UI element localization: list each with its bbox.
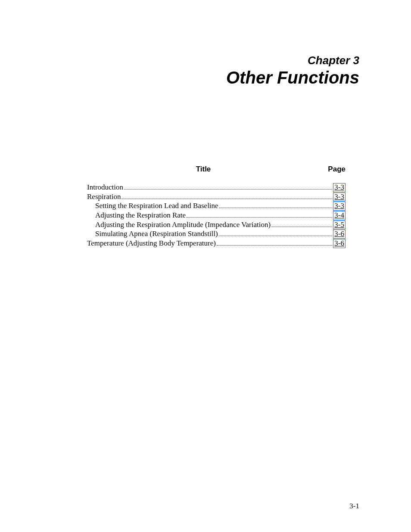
toc-header-title: Title (87, 165, 320, 174)
toc-entry-title: Setting the Respiration Lead and Baselin… (95, 202, 218, 210)
toc-page-link[interactable]: 3-3 (333, 183, 346, 192)
toc-entry-title: Temperature (Adjusting Body Temperature) (87, 239, 216, 248)
toc-entry: Temperature (Adjusting Body Temperature)… (87, 239, 346, 248)
toc-entry-title: Introduction (87, 183, 123, 192)
chapter-label: Chapter 3 (52, 54, 359, 67)
chapter-title: Other Functions (52, 68, 359, 87)
page-number: 3-1 (349, 502, 359, 510)
toc-list: Introduction3-3Respiration3-3Setting the… (87, 183, 346, 248)
toc-entry: Respiration3-3 (87, 193, 346, 202)
toc-page-link[interactable]: 3-3 (333, 202, 346, 211)
toc-entry: Adjusting the Respiration Rate3-4 (87, 211, 346, 220)
chapter-header: Chapter 3 Other Functions (52, 54, 359, 87)
toc-page-link[interactable]: 3-3 (333, 193, 346, 202)
table-of-contents: Title Page Introduction3-3Respiration3-3… (87, 165, 346, 248)
toc-entry-title: Respiration (87, 193, 121, 201)
toc-page-link[interactable]: 3-6 (333, 239, 346, 248)
toc-leader-dots (219, 236, 333, 236)
toc-leader-dots (121, 199, 332, 199)
toc-entry-title: Simulating Apnea (Respiration Standstill… (95, 230, 218, 238)
toc-page-link[interactable]: 3-4 (333, 211, 346, 220)
toc-leader-dots (187, 217, 332, 218)
toc-page-link[interactable]: 3-6 (333, 230, 346, 239)
toc-leader-dots (219, 208, 333, 208)
toc-entry: Simulating Apnea (Respiration Standstill… (87, 230, 346, 239)
toc-entry: Introduction3-3 (87, 183, 346, 192)
toc-entry: Setting the Respiration Lead and Baselin… (87, 202, 346, 211)
toc-leader-dots (271, 227, 332, 227)
toc-entry: Adjusting the Respiration Amplitude (Imp… (87, 221, 346, 230)
toc-header-page: Page (320, 165, 346, 174)
document-page: Chapter 3 Other Functions Title Page Int… (0, 0, 411, 532)
toc-leader-dots (217, 245, 332, 246)
toc-entry-title: Adjusting the Respiration Rate (95, 211, 186, 220)
toc-leader-dots (124, 189, 332, 190)
toc-page-link[interactable]: 3-5 (333, 221, 346, 230)
toc-headers: Title Page (87, 165, 346, 174)
toc-entry-title: Adjusting the Respiration Amplitude (Imp… (95, 221, 271, 229)
